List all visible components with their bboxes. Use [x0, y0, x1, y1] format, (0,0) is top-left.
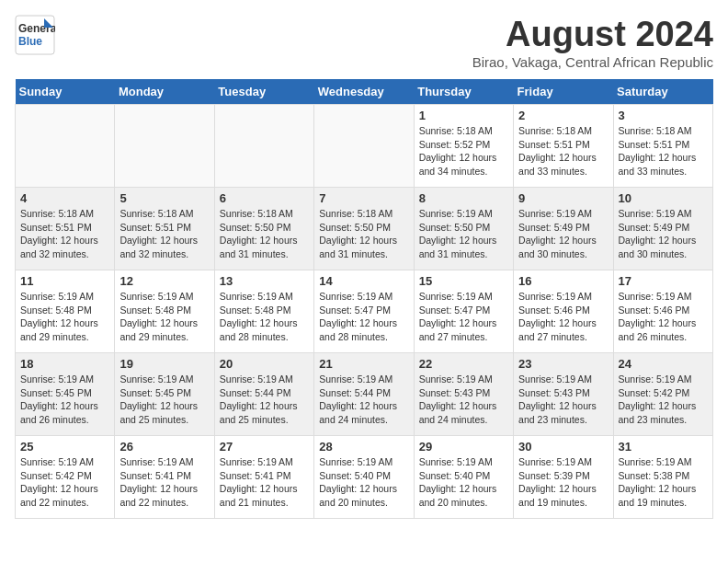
day-number: 15 — [419, 274, 508, 288]
col-header-saturday: Saturday — [613, 79, 712, 105]
day-number: 7 — [319, 191, 408, 205]
day-number: 25 — [20, 440, 109, 454]
calendar-cell — [314, 105, 414, 188]
calendar-table: SundayMondayTuesdayWednesdayThursdayFrid… — [15, 79, 713, 519]
calendar-cell: 15Sunrise: 5:19 AM Sunset: 5:47 PM Dayli… — [414, 270, 513, 353]
calendar-cell: 13Sunrise: 5:19 AM Sunset: 5:48 PM Dayli… — [214, 270, 313, 353]
calendar-cell: 8Sunrise: 5:19 AM Sunset: 5:50 PM Daylig… — [414, 188, 513, 270]
day-number: 11 — [20, 274, 109, 288]
day-number: 8 — [419, 191, 508, 205]
day-number: 3 — [619, 109, 708, 122]
day-number: 29 — [419, 440, 508, 454]
week-row-5: 25Sunrise: 5:19 AM Sunset: 5:42 PM Dayli… — [16, 436, 713, 519]
week-row-4: 18Sunrise: 5:19 AM Sunset: 5:45 PM Dayli… — [16, 353, 713, 436]
col-header-wednesday: Wednesday — [314, 79, 414, 105]
calendar-cell: 5Sunrise: 5:18 AM Sunset: 5:51 PM Daylig… — [115, 188, 214, 270]
day-info: Sunrise: 5:18 AM Sunset: 5:51 PM Dayligh… — [20, 207, 109, 261]
week-row-3: 11Sunrise: 5:19 AM Sunset: 5:48 PM Dayli… — [16, 270, 713, 353]
day-info: Sunrise: 5:19 AM Sunset: 5:43 PM Dayligh… — [419, 373, 508, 427]
calendar-cell: 16Sunrise: 5:19 AM Sunset: 5:46 PM Dayli… — [514, 270, 613, 353]
day-number: 17 — [619, 274, 708, 288]
calendar-cell: 25Sunrise: 5:19 AM Sunset: 5:42 PM Dayli… — [16, 436, 115, 519]
day-info: Sunrise: 5:19 AM Sunset: 5:44 PM Dayligh… — [220, 373, 309, 427]
calendar-cell: 19Sunrise: 5:19 AM Sunset: 5:45 PM Dayli… — [115, 353, 214, 436]
day-info: Sunrise: 5:19 AM Sunset: 5:44 PM Dayligh… — [319, 373, 408, 427]
calendar-cell: 4Sunrise: 5:18 AM Sunset: 5:51 PM Daylig… — [16, 188, 115, 270]
calendar-cell: 26Sunrise: 5:19 AM Sunset: 5:41 PM Dayli… — [115, 436, 214, 519]
calendar-cell: 22Sunrise: 5:19 AM Sunset: 5:43 PM Dayli… — [414, 353, 513, 436]
day-info: Sunrise: 5:18 AM Sunset: 5:51 PM Dayligh… — [619, 124, 708, 178]
day-info: Sunrise: 5:19 AM Sunset: 5:41 PM Dayligh… — [119, 455, 209, 510]
day-number: 12 — [119, 274, 209, 288]
day-number: 26 — [119, 440, 209, 454]
calendar-cell: 7Sunrise: 5:18 AM Sunset: 5:50 PM Daylig… — [314, 188, 414, 270]
day-number: 23 — [518, 357, 608, 371]
day-number: 16 — [518, 274, 608, 288]
day-number: 22 — [419, 357, 508, 371]
calendar-cell: 31Sunrise: 5:19 AM Sunset: 5:38 PM Dayli… — [613, 436, 712, 519]
day-info: Sunrise: 5:19 AM Sunset: 5:48 PM Dayligh… — [220, 290, 309, 344]
day-number: 14 — [319, 274, 408, 288]
calendar-cell: 21Sunrise: 5:19 AM Sunset: 5:44 PM Dayli… — [314, 353, 414, 436]
svg-text:Blue: Blue — [18, 35, 42, 48]
day-number: 28 — [319, 440, 408, 454]
day-info: Sunrise: 5:19 AM Sunset: 5:45 PM Dayligh… — [20, 373, 109, 427]
day-info: Sunrise: 5:19 AM Sunset: 5:49 PM Dayligh… — [518, 207, 608, 261]
calendar-cell: 18Sunrise: 5:19 AM Sunset: 5:45 PM Dayli… — [16, 353, 115, 436]
header: General Blue August 2024 Birao, Vakaga, … — [15, 15, 713, 70]
day-info: Sunrise: 5:19 AM Sunset: 5:38 PM Dayligh… — [619, 455, 708, 510]
day-number: 19 — [119, 357, 209, 371]
day-info: Sunrise: 5:19 AM Sunset: 5:47 PM Dayligh… — [419, 290, 508, 344]
day-info: Sunrise: 5:19 AM Sunset: 5:42 PM Dayligh… — [619, 373, 708, 427]
day-number: 9 — [518, 191, 608, 205]
calendar-cell — [16, 105, 115, 188]
day-number: 6 — [220, 191, 309, 205]
title-area: August 2024 Birao, Vakaga, Central Afric… — [472, 15, 713, 70]
week-row-1: 1Sunrise: 5:18 AM Sunset: 5:52 PM Daylig… — [16, 105, 713, 188]
day-number: 10 — [619, 191, 708, 205]
day-number: 13 — [220, 274, 309, 288]
calendar-cell: 6Sunrise: 5:18 AM Sunset: 5:50 PM Daylig… — [214, 188, 313, 270]
day-number: 1 — [419, 109, 508, 122]
calendar-cell: 12Sunrise: 5:19 AM Sunset: 5:48 PM Dayli… — [115, 270, 214, 353]
day-number: 18 — [20, 357, 109, 371]
calendar-cell: 14Sunrise: 5:19 AM Sunset: 5:47 PM Dayli… — [314, 270, 414, 353]
day-info: Sunrise: 5:19 AM Sunset: 5:46 PM Dayligh… — [619, 290, 708, 344]
day-info: Sunrise: 5:19 AM Sunset: 5:41 PM Dayligh… — [220, 455, 309, 510]
calendar-cell: 27Sunrise: 5:19 AM Sunset: 5:41 PM Dayli… — [214, 436, 313, 519]
day-info: Sunrise: 5:18 AM Sunset: 5:51 PM Dayligh… — [119, 207, 209, 261]
day-info: Sunrise: 5:18 AM Sunset: 5:51 PM Dayligh… — [518, 124, 608, 178]
day-number: 30 — [518, 440, 608, 454]
header-row: SundayMondayTuesdayWednesdayThursdayFrid… — [16, 79, 713, 105]
day-info: Sunrise: 5:19 AM Sunset: 5:40 PM Dayligh… — [319, 455, 408, 510]
day-number: 2 — [518, 109, 608, 122]
day-info: Sunrise: 5:19 AM Sunset: 5:47 PM Dayligh… — [319, 290, 408, 344]
calendar-cell: 29Sunrise: 5:19 AM Sunset: 5:40 PM Dayli… — [414, 436, 513, 519]
subtitle: Birao, Vakaga, Central African Republic — [472, 54, 713, 70]
main-title: August 2024 — [472, 15, 713, 54]
calendar-cell: 9Sunrise: 5:19 AM Sunset: 5:49 PM Daylig… — [514, 188, 613, 270]
calendar-cell: 20Sunrise: 5:19 AM Sunset: 5:44 PM Dayli… — [214, 353, 313, 436]
calendar-cell: 30Sunrise: 5:19 AM Sunset: 5:39 PM Dayli… — [514, 436, 613, 519]
day-info: Sunrise: 5:19 AM Sunset: 5:49 PM Dayligh… — [619, 207, 708, 261]
day-info: Sunrise: 5:18 AM Sunset: 5:52 PM Dayligh… — [419, 124, 508, 178]
calendar-cell: 17Sunrise: 5:19 AM Sunset: 5:46 PM Dayli… — [613, 270, 712, 353]
col-header-sunday: Sunday — [16, 79, 115, 105]
week-row-2: 4Sunrise: 5:18 AM Sunset: 5:51 PM Daylig… — [16, 188, 713, 270]
calendar-cell — [214, 105, 313, 188]
calendar-cell: 11Sunrise: 5:19 AM Sunset: 5:48 PM Dayli… — [16, 270, 115, 353]
calendar-cell: 2Sunrise: 5:18 AM Sunset: 5:51 PM Daylig… — [514, 105, 613, 188]
day-info: Sunrise: 5:19 AM Sunset: 5:45 PM Dayligh… — [119, 373, 209, 427]
col-header-monday: Monday — [115, 79, 214, 105]
col-header-friday: Friday — [514, 79, 613, 105]
day-info: Sunrise: 5:19 AM Sunset: 5:50 PM Dayligh… — [419, 207, 508, 261]
day-info: Sunrise: 5:18 AM Sunset: 5:50 PM Dayligh… — [319, 207, 408, 261]
day-info: Sunrise: 5:19 AM Sunset: 5:39 PM Dayligh… — [518, 455, 608, 510]
calendar-cell: 23Sunrise: 5:19 AM Sunset: 5:43 PM Dayli… — [514, 353, 613, 436]
calendar-cell: 3Sunrise: 5:18 AM Sunset: 5:51 PM Daylig… — [613, 105, 712, 188]
day-info: Sunrise: 5:19 AM Sunset: 5:42 PM Dayligh… — [20, 455, 109, 510]
day-number: 4 — [20, 191, 109, 205]
day-info: Sunrise: 5:19 AM Sunset: 5:40 PM Dayligh… — [419, 455, 508, 510]
calendar-cell: 10Sunrise: 5:19 AM Sunset: 5:49 PM Dayli… — [613, 188, 712, 270]
day-number: 31 — [619, 440, 708, 454]
